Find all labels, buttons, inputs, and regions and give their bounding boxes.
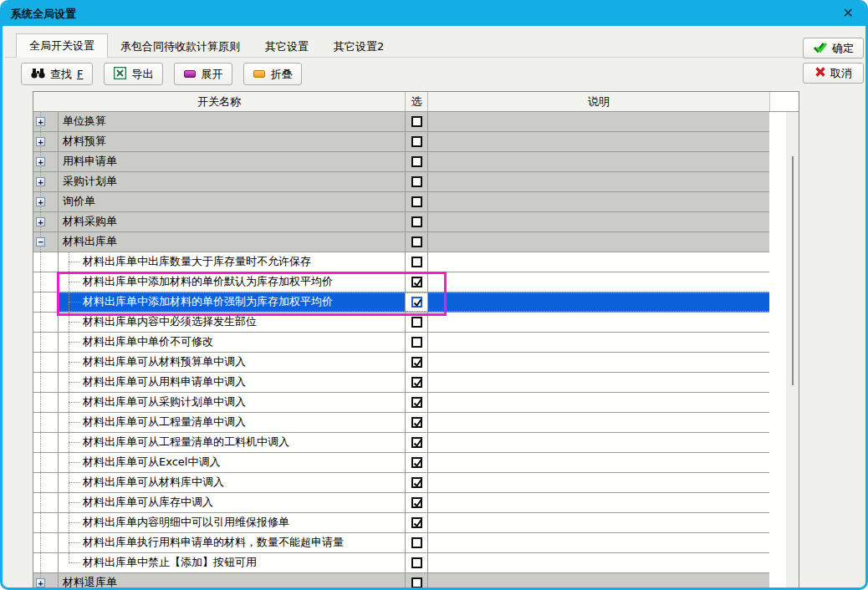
description-cell[interactable] [428,212,769,231]
switch-name-cell[interactable]: 用料申请单 [59,152,406,171]
row-checkbox[interactable] [411,557,422,568]
vertical-scrollbar[interactable] [786,112,799,590]
switch-name-cell[interactable]: 材料出库单内容中必须选择发生部位 [59,313,406,332]
table-row[interactable]: 材料出库单内容明细中可以引用维保报修单 [33,513,769,533]
expand-toggle-icon[interactable]: − [36,237,45,247]
table-row[interactable]: 材料出库单可从材料库中调入 [33,473,769,493]
table-row[interactable]: 材料出库单内容中必须选择发生部位 [33,313,769,333]
switch-name-cell[interactable]: 材料出库单可从Excel中调入 [59,453,406,472]
switch-name-cell[interactable]: 材料出库单可从材料预算单中调入 [59,353,406,372]
row-checkbox[interactable] [411,277,422,287]
switch-name-cell[interactable]: 材料预算 [59,132,406,151]
switch-name-cell[interactable]: 材料出库单内容明细中可以引用维保报修单 [59,513,406,532]
switch-name-cell[interactable]: 材料出库单可从工程量清单中调入 [59,413,406,432]
row-checkbox[interactable] [411,176,422,187]
export-button[interactable]: 导出 [104,63,163,85]
ok-button[interactable]: 确定 [803,38,864,58]
description-cell[interactable] [428,533,769,552]
row-checkbox[interactable] [411,537,422,548]
table-row[interactable]: + 单位换算 [33,112,769,132]
row-checkbox[interactable] [411,497,422,508]
tab-other-settings-2[interactable]: 其它设置2 [321,36,396,58]
table-row[interactable]: 材料出库单中添加材料的单价默认为库存加权平均价 [33,272,769,292]
find-button[interactable]: 查找F [21,63,93,85]
description-cell[interactable] [428,453,769,472]
description-cell[interactable] [428,393,769,412]
switch-name-cell[interactable]: 材料出库单可从库存中调入 [59,493,406,512]
table-row[interactable]: 材料出库单可从用料申请单中调入 [33,373,769,393]
table-row[interactable]: + 询价单 [33,192,769,212]
cancel-button[interactable]: 取消 [803,63,864,84]
description-cell[interactable] [428,353,769,372]
tab-contract-receivable-rules[interactable]: 承包合同待收款计算原则 [108,36,253,58]
description-cell[interactable] [428,292,769,312]
table-row[interactable]: 材料出库单可从工程量清单的工料机中调入 [33,433,769,453]
row-checkbox[interactable] [411,116,422,127]
expand-toggle-icon[interactable]: + [36,177,45,186]
close-icon[interactable]: ✕ [843,5,854,22]
row-checkbox[interactable] [411,437,422,448]
row-checkbox[interactable] [411,156,422,167]
table-row[interactable]: 材料出库单可从采购计划单中调入 [33,393,769,413]
switch-name-cell[interactable]: 材料出库单可从工程量清单的工料机中调入 [59,433,406,452]
switch-name-cell[interactable]: 材料出库单可从材料库中调入 [59,473,406,492]
table-row[interactable]: 材料出库单执行用料申请单的材料，数量不能超申请量 [33,533,769,553]
row-checkbox[interactable] [411,337,422,348]
switch-name-cell[interactable]: 材料出库单中添加材料的单价默认为库存加权平均价 [59,272,406,292]
row-checkbox[interactable] [411,457,422,468]
row-checkbox[interactable] [411,397,422,408]
table-row[interactable]: 材料出库单可从库存中调入 [33,493,769,513]
description-cell[interactable] [428,272,769,292]
switch-name-cell[interactable]: 材料出库单 [59,232,406,252]
table-row[interactable]: 材料出库单中出库数量大于库存量时不允许保存 [33,252,769,272]
switch-name-cell[interactable]: 材料出库单可从采购计划单中调入 [59,393,406,412]
row-checkbox[interactable] [411,517,422,528]
expand-toggle-icon[interactable]: + [36,117,45,126]
column-header-select[interactable]: 选 [406,92,428,111]
description-cell[interactable] [428,313,769,332]
row-checkbox[interactable] [411,317,422,328]
switch-name-cell[interactable]: 材料出库单中出库数量大于库存量时不允许保存 [59,252,406,272]
row-checkbox[interactable] [411,577,422,588]
row-checkbox[interactable] [411,196,422,207]
tab-other-settings[interactable]: 其它设置 [253,36,321,58]
switch-name-cell[interactable]: 材料采购单 [59,212,406,231]
table-row[interactable]: + 材料退库单 [33,573,769,590]
tab-global-switch-settings[interactable]: 全局开关设置 [16,33,108,58]
expand-toggle-icon[interactable]: + [36,578,45,587]
row-checkbox[interactable] [411,216,422,227]
description-cell[interactable] [428,333,769,352]
row-checkbox[interactable] [411,477,422,488]
row-checkbox[interactable] [411,297,422,308]
column-header-description[interactable]: 说明 [428,92,769,111]
description-cell[interactable] [428,252,769,272]
switch-name-cell[interactable]: 询价单 [59,192,406,211]
titlebar[interactable]: 系统全局设置 ✕ [3,3,865,26]
expand-toggle-icon[interactable]: + [36,197,45,206]
description-cell[interactable] [428,152,769,171]
description-cell[interactable] [428,493,769,512]
expand-toggle-icon[interactable]: + [36,137,45,146]
switch-name-cell[interactable]: 材料出库单可从用料申请单中调入 [59,373,406,392]
row-checkbox[interactable] [411,377,422,388]
collapse-all-button[interactable]: 折叠 [243,63,302,85]
row-checkbox[interactable] [411,257,422,267]
row-checkbox[interactable] [411,417,422,428]
switch-name-cell[interactable]: 材料退库单 [59,573,406,590]
switch-name-cell[interactable]: 材料出库单中禁止【添加】按钮可用 [59,553,406,572]
description-cell[interactable] [428,192,769,211]
switch-name-cell[interactable]: 采购计划单 [59,172,406,191]
description-cell[interactable] [428,413,769,432]
table-row[interactable]: − 材料出库单 [33,232,769,252]
description-cell[interactable] [428,132,769,151]
description-cell[interactable] [428,433,769,452]
expand-all-button[interactable]: 展开 [174,63,232,85]
table-row[interactable]: 材料出库单中添加材料的单价强制为库存加权平均价 [33,292,769,313]
vertical-scrollbar-thumb[interactable] [792,156,794,385]
expand-toggle-icon[interactable]: + [36,157,45,166]
table-row[interactable]: + 材料采购单 [33,212,769,232]
table-row[interactable]: 材料出库单中单价不可修改 [33,333,769,353]
description-cell[interactable] [428,112,769,131]
description-cell[interactable] [428,473,769,492]
table-row[interactable]: 材料出库单可从Excel中调入 [33,453,769,473]
